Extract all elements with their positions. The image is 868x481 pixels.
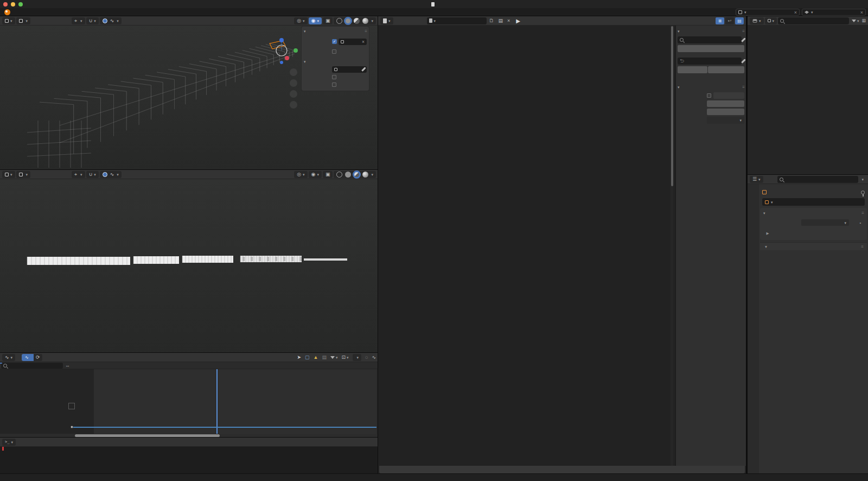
falloff-curve-icon[interactable]: ∿ — [110, 18, 114, 23]
xray-toggle[interactable]: ▣ — [323, 17, 333, 24]
display-mode-dropdown[interactable]: ▾ — [750, 17, 764, 24]
show-overlays-dropdown[interactable]: ◉▾ — [309, 17, 322, 24]
instancing-panel-header[interactable]: ▼≡ — [760, 242, 867, 250]
ghost-curves-icon[interactable]: ▤ — [322, 355, 327, 360]
mode-dropdown[interactable]: ▾ — [16, 17, 31, 24]
graph-hscrollbar[interactable] — [0, 434, 378, 438]
channel-box[interactable] — [68, 403, 75, 409]
tab-width-value[interactable] — [707, 109, 744, 115]
pin-icon[interactable] — [861, 191, 865, 194]
unlink-view-layer-icon[interactable]: × — [860, 10, 863, 15]
rendered-shading-button[interactable] — [362, 172, 368, 178]
normalize-refresh-button[interactable]: ⟳ — [34, 354, 42, 361]
transform-panel-header[interactable]: ▾≡ — [760, 209, 867, 217]
normalize-toggle[interactable]: ∿ — [22, 354, 34, 361]
proportional-edit-toggle[interactable] — [103, 172, 107, 177]
timeline-ruler[interactable]: ↔ — [0, 362, 378, 369]
falloff-icon[interactable]: ∿ — [372, 355, 376, 360]
channel-search-field[interactable] — [1, 363, 63, 369]
rotation-mode-dropdown[interactable]: ▾ — [801, 219, 849, 226]
pivot-dropdown[interactable]: ⊡▾ — [342, 355, 349, 360]
text-properties-panel-header[interactable]: ▾≡ — [678, 83, 744, 91]
open-text-button[interactable]: ▤ — [497, 18, 505, 23]
new-collection-button[interactable]: ⊞ — [861, 18, 866, 23]
font-size-value[interactable] — [707, 100, 744, 107]
local-camera-checkbox[interactable]: ✓ — [332, 39, 337, 44]
replace-input[interactable]: ⮌ — [678, 58, 742, 65]
editor-type-button[interactable]: ▾ — [2, 17, 15, 24]
transform-gizmo[interactable] — [285, 56, 289, 60]
editor-scrollbar[interactable] — [671, 26, 673, 466]
margin-checkbox[interactable] — [707, 93, 711, 98]
new-text-button[interactable]: 🗋 — [488, 18, 496, 23]
word-wrap-toggle[interactable]: ↩ — [725, 17, 734, 24]
object-name-field[interactable]: ▾ — [762, 198, 865, 206]
console-prompt[interactable] — [0, 447, 378, 451]
blender-logo-icon[interactable] — [4, 9, 10, 15]
channel-region[interactable] — [0, 369, 94, 434]
graph-canvas[interactable] — [94, 369, 376, 434]
solid-shading-button[interactable] — [345, 172, 351, 178]
line-numbers-toggle[interactable]: ≣ — [716, 17, 724, 24]
proportional-edit-toggle[interactable] — [103, 18, 107, 23]
text-datablock-field[interactable]: ▾ — [427, 17, 487, 24]
mode-dropdown[interactable]: ▾ — [16, 171, 31, 178]
camera-to-view-checkbox[interactable] — [332, 83, 336, 87]
box-select-icon[interactable]: ▢ — [305, 355, 310, 360]
render-region-checkbox[interactable] — [332, 49, 336, 54]
editor-type-button[interactable]: ∿▾ — [2, 354, 15, 361]
selected-cube-outline[interactable] — [270, 41, 285, 49]
snap-dropdown[interactable]: ▾ — [353, 354, 362, 361]
tweak-tool-icon[interactable]: ➤ — [297, 355, 302, 360]
indentation-dropdown[interactable]: ▾ — [707, 117, 744, 124]
wireframe-shading-button[interactable] — [336, 18, 342, 24]
wireframe-shading-button[interactable] — [336, 172, 342, 178]
view-layer-selector[interactable]: ▾ × — [802, 9, 866, 16]
find-replace-panel-header[interactable]: ▾≡ — [678, 27, 744, 35]
viewport-canvas[interactable] — [0, 179, 378, 353]
show-gizmo-dropdown[interactable]: ◎▾ — [294, 17, 307, 24]
view-panel-header[interactable]: ▾≡ — [304, 28, 367, 35]
transform-gizmo[interactable] — [290, 68, 297, 76]
console-output[interactable] — [0, 447, 378, 473]
replace-button[interactable] — [678, 66, 707, 73]
expand-icon[interactable]: ↔ — [65, 363, 70, 368]
fcurve-line[interactable] — [72, 427, 376, 428]
unlink-scene-icon[interactable]: × — [794, 10, 797, 15]
editor-type-button[interactable]: ☰▾ — [750, 176, 763, 183]
show-overlays-dropdown[interactable]: ◉▾ — [309, 171, 322, 178]
playhead[interactable] — [216, 369, 218, 434]
margin-value[interactable] — [713, 92, 744, 99]
transform-gizmo[interactable] — [290, 79, 297, 87]
material-preview-button[interactable] — [354, 18, 360, 24]
outliner-filter-dropdown[interactable]: ▾ — [850, 19, 861, 23]
properties-search-field[interactable] — [777, 176, 859, 183]
code-area[interactable] — [378, 26, 675, 466]
replace-all-button[interactable] — [708, 66, 744, 73]
replace-eyedropper-icon[interactable] — [741, 59, 745, 63]
filter-objects-dropdown[interactable]: ▾ — [765, 17, 777, 24]
delta-transform-panel-header[interactable]: ▶ — [760, 231, 772, 236]
rendered-shading-button[interactable] — [362, 18, 368, 24]
properties-options-icon[interactable]: ▾ — [859, 178, 866, 181]
proportional-icon[interactable]: ◌ — [365, 355, 368, 360]
scene-selector[interactable]: ▾ × — [736, 9, 800, 16]
animate-dot[interactable]: • — [857, 220, 864, 225]
transform-gizmo[interactable] — [279, 38, 284, 42]
transform-gizmo[interactable] — [290, 101, 297, 109]
transform-gizmo[interactable] — [293, 48, 298, 53]
snap-toggle[interactable]: ∪▾ — [86, 17, 99, 24]
find-eyedropper-icon[interactable] — [741, 37, 745, 42]
view-lock-subpanel-header[interactable]: ▾ — [304, 58, 367, 65]
run-script-button[interactable]: ▶ — [513, 18, 524, 24]
editor-type-button[interactable]: >_▾ — [2, 439, 16, 446]
current-frame-badge[interactable] — [0, 363, 2, 364]
editor-type-button[interactable]: ▾ — [380, 17, 393, 24]
orientation-dropdown[interactable]: ⌖▾ — [72, 17, 85, 24]
find-input[interactable] — [678, 36, 742, 43]
unlink-text-button[interactable]: × — [506, 18, 512, 23]
transform-gizmo[interactable] — [280, 61, 283, 64]
solid-shading-button[interactable] — [345, 18, 351, 24]
viewport-canvas[interactable]: ▾≡ ✓ × ▾ — [0, 26, 378, 170]
syntax-highlight-toggle[interactable]: ▤ — [735, 17, 744, 24]
